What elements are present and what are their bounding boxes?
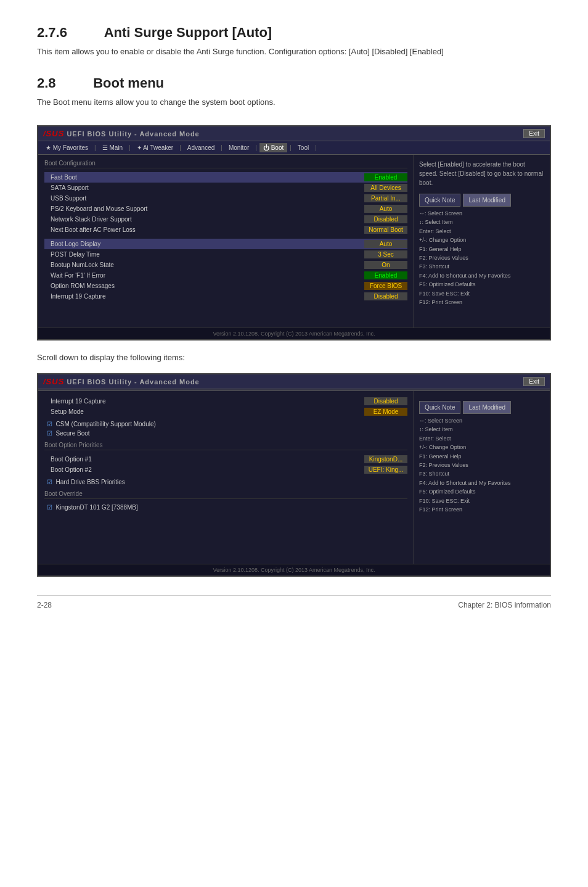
bios-row-post-delay[interactable]: POST Delay Time 3 Sec [44, 249, 407, 260]
bios-row-wait-f1[interactable]: Wait For 'F1' If Error Enabled [44, 270, 407, 281]
section-276-number: 2.7.6 [37, 25, 67, 40]
section-28: 2.8 Boot menu The Boot menu items allow … [37, 75, 551, 109]
bios-footer-2: Version 2.10.1208. Copyright (C) 2013 Am… [38, 564, 550, 576]
bios-body-1: Boot Configuration Fast Boot Enabled SAT… [38, 155, 550, 328]
bios-row-kingston-override[interactable]: ☑ KingstonDT 101 G2 [7388MB] [44, 503, 407, 512]
bios-row-boot-opt1[interactable]: Boot Option #1 KingstonD... [44, 454, 407, 464]
bios-menubar-1: ★ My Favorites | ☰ Main | ✦ Ai Tweaker |… [38, 141, 550, 155]
bios-row-csm[interactable]: ☑ CSM (Compatibility Support Module) [44, 419, 407, 429]
bios-row-usb[interactable]: USB Support Partial In... [44, 193, 407, 204]
bios-hotkeys-2: ↔: Select Screen ↕: Select Item Enter: S… [419, 416, 545, 514]
bios-logo-1: /SUS UEFI BIOS Utility - Advanced Mode [43, 129, 200, 138]
bios-row-sata[interactable]: SATA Support All Devices [44, 183, 407, 193]
menu-ai-tweaker[interactable]: ✦ Ai Tweaker [133, 143, 178, 152]
bios-section-label-1: Boot Configuration [44, 160, 407, 168]
bios-main-2: Interrupt 19 Capture Disabled Setup Mode… [38, 391, 414, 564]
bios-note-buttons-1: Quick Note Last Modified [419, 194, 545, 207]
bios-row-boot-logo[interactable]: Boot Logo Display Auto [44, 239, 407, 249]
bios-footer-1: Version 2.10.1208. Copyright (C) 2013 Am… [38, 328, 550, 339]
bios-exit-button-1[interactable]: Exit [523, 129, 545, 138]
section-276-title: 2.7.6 Anti Surge Support [Auto] [37, 25, 551, 41]
bios-sidebar-2: Quick Note Last Modified ↔: Select Scree… [414, 391, 550, 564]
bios-sidebar-note-1: Select [Enabled] to accelerate the boot … [419, 160, 545, 188]
bios-screenshot-2: /SUS UEFI BIOS Utility - Advanced Mode E… [37, 373, 551, 577]
menu-tool[interactable]: Tool [294, 143, 312, 152]
bios-body-2: Interrupt 19 Capture Disabled Setup Mode… [38, 391, 550, 564]
page-number: 2-28 [37, 601, 52, 609]
bios-exit-button-2[interactable]: Exit [523, 377, 545, 386]
menu-advanced[interactable]: Advanced [184, 143, 218, 152]
section-276: 2.7.6 Anti Surge Support [Auto] This ite… [37, 25, 551, 58]
bios-note-buttons-2: Quick Note Last Modified [419, 401, 545, 414]
chapter-label: Chapter 2: BIOS information [458, 601, 551, 609]
bios-row-numlock[interactable]: Bootup NumLock State On [44, 260, 407, 270]
bios-row-interrupt19-2[interactable]: Interrupt 19 Capture Disabled [44, 396, 407, 406]
bios-section-label-2: Boot Option Priorities [44, 442, 407, 450]
last-modified-btn-2[interactable]: Last Modified [463, 401, 510, 414]
bios-row-next-boot[interactable]: Next Boot after AC Power Loss Normal Boo… [44, 225, 407, 235]
section-276-body: This item allows you to enable or disabl… [37, 46, 551, 58]
bios-row-network[interactable]: Network Stack Driver Support Disabled [44, 214, 407, 225]
bios-logo-2: /SUS UEFI BIOS Utility - Advanced Mode [43, 377, 200, 386]
last-modified-btn-1[interactable]: Last Modified [463, 194, 510, 207]
bios-hotkeys-1: ↔: Select Screen ↕: Select Item Enter: S… [419, 209, 545, 307]
section-28-title: 2.8 Boot menu [37, 75, 551, 91]
scroll-label: Scroll down to display the following ite… [37, 353, 551, 362]
bios-row-interrupt19[interactable]: Interrupt 19 Capture Disabled [44, 291, 407, 302]
menu-boot[interactable]: ⏻ Boot [259, 143, 287, 152]
bios-row-hdd-bbs[interactable]: ☑ Hard Drive BBS Priorities [44, 477, 407, 487]
bios-titlebar-2: /SUS UEFI BIOS Utility - Advanced Mode E… [38, 374, 550, 389]
page-footer: 2-28 Chapter 2: BIOS information [37, 595, 551, 609]
force-bios-value: Force BIOS [364, 282, 407, 290]
bios-row-secure-boot[interactable]: ☑ Secure Boot [44, 429, 407, 438]
bios-titlebar-1: /SUS UEFI BIOS Utility - Advanced Mode E… [38, 126, 550, 141]
bios-row-boot-opt2[interactable]: Boot Option #2 UEFI: King... [44, 464, 407, 475]
bios-sidebar-1: Select [Enabled] to accelerate the boot … [414, 155, 550, 328]
section-28-heading: Boot menu [93, 75, 164, 91]
section-28-number: 2.8 [37, 75, 56, 91]
bios-section-label-3: Boot Override [44, 490, 407, 499]
bios-row-fast-boot[interactable]: Fast Boot Enabled [44, 172, 407, 183]
quick-note-btn-2[interactable]: Quick Note [419, 401, 460, 414]
bios-row-option-rom[interactable]: Option ROM Messages Force BIOS [44, 281, 407, 291]
menu-favorites[interactable]: ★ My Favorites [42, 143, 92, 152]
section-28-body: The Boot menu items allow you to change … [37, 96, 551, 109]
menu-monitor[interactable]: Monitor [225, 143, 253, 152]
bios-main-1: Boot Configuration Fast Boot Enabled SAT… [38, 155, 414, 328]
bios-screenshot-1: /SUS UEFI BIOS Utility - Advanced Mode E… [37, 125, 551, 340]
quick-note-btn-1[interactable]: Quick Note [419, 194, 460, 207]
bios-row-setup-mode[interactable]: Setup Mode EZ Mode [44, 406, 407, 417]
section-276-heading: Anti Surge Support [Auto] [104, 25, 272, 40]
bios-row-ps2[interactable]: PS/2 Keyboard and Mouse Support Auto [44, 204, 407, 214]
menu-main[interactable]: ☰ Main [99, 143, 126, 152]
